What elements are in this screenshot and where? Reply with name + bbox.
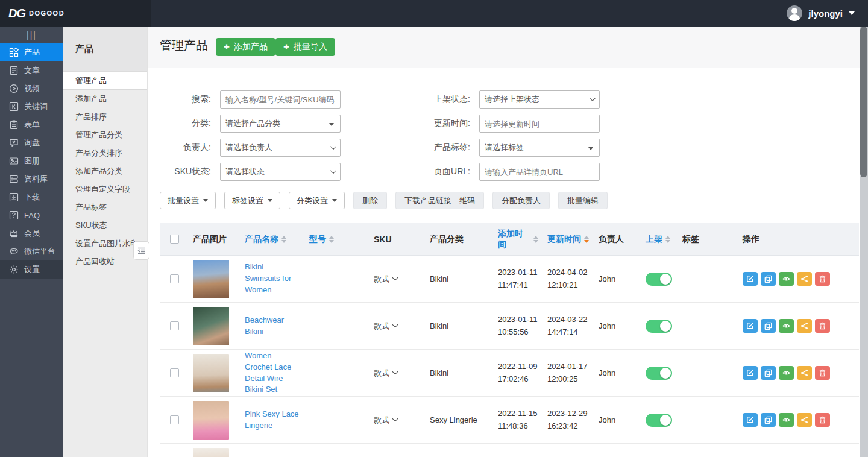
add-product-button[interactable]: + 添加产品	[216, 38, 275, 56]
sidebar-item-settings[interactable]: 设置	[0, 260, 63, 279]
submenu-item-custom-fields[interactable]: 管理自定义字段	[63, 180, 147, 198]
delete-button[interactable]: 删除	[353, 192, 387, 209]
submenu-item-category-sort[interactable]: 产品分类排序	[63, 144, 147, 162]
sku-dropdown[interactable]: 款式	[365, 397, 421, 443]
sidebar-item-keywords[interactable]: 关键词	[0, 98, 63, 116]
shelf-toggle[interactable]	[646, 367, 672, 380]
sidebar-item-faq[interactable]: FAQ	[0, 206, 63, 224]
edit-button[interactable]	[743, 319, 758, 333]
page-url-input[interactable]	[479, 163, 600, 181]
product-name-link[interactable]: Beachwear Bikini	[245, 315, 300, 338]
column-header-updated[interactable]: 更新时间	[538, 223, 590, 255]
share-button[interactable]	[797, 272, 812, 286]
edit-button[interactable]	[743, 272, 758, 286]
column-header-model[interactable]: 型号	[300, 223, 365, 255]
sku-dropdown[interactable]: 款式	[365, 350, 421, 396]
product-image[interactable]	[193, 448, 229, 457]
product-image[interactable]	[193, 260, 229, 298]
download-qr-button[interactable]: 下载产品链接二维码	[395, 192, 484, 209]
row-checkbox[interactable]	[170, 274, 179, 283]
submenu-item-add-category[interactable]: 添加产品分类	[63, 162, 147, 180]
updated-cell: 2023-12-28	[538, 444, 590, 457]
row-checkbox[interactable]	[170, 368, 179, 377]
user-menu[interactable]: jlyongyi	[787, 0, 855, 27]
tag-settings-dropdown[interactable]: 标签设置	[224, 192, 280, 209]
sku-dropdown[interactable]: 款式	[365, 256, 421, 302]
sidebar-item-videos[interactable]: 视频	[0, 80, 63, 98]
bulk-settings-dropdown[interactable]: 批量设置	[160, 192, 216, 209]
preview-button[interactable]	[779, 413, 794, 427]
model-cell	[300, 256, 365, 302]
sidebar-item-wechat[interactable]: 微信平台	[0, 242, 63, 260]
product-image[interactable]	[193, 307, 229, 345]
column-header-added[interactable]: 添加时间	[489, 223, 538, 255]
product-image[interactable]	[193, 401, 229, 440]
search-input[interactable]	[220, 90, 341, 109]
delete-row-button[interactable]	[815, 413, 830, 427]
edit-button[interactable]	[743, 366, 758, 380]
shelf-toggle[interactable]	[646, 414, 672, 427]
submenu-item-add-product[interactable]: 添加产品	[63, 90, 147, 108]
share-button[interactable]	[797, 366, 812, 380]
shelf-toggle[interactable]	[646, 273, 672, 286]
shelf-status-select[interactable]: 请选择上架状态	[479, 90, 600, 109]
sidebar-item-articles[interactable]: 文章	[0, 61, 63, 80]
category-settings-dropdown[interactable]: 分类设置	[289, 192, 345, 209]
sku-dropdown[interactable]: 款式	[365, 303, 421, 349]
sidebar-item-products[interactable]: 产品	[0, 43, 63, 61]
sidebar-item-albums[interactable]: 图册	[0, 152, 63, 170]
sidebar-item-library[interactable]: 资料库	[0, 170, 63, 188]
sidebar-item-downloads[interactable]: 下载	[0, 188, 63, 206]
share-button[interactable]	[797, 413, 812, 427]
owner-select[interactable]: 请选择负责人	[220, 139, 341, 157]
submenu-collapse-button[interactable]	[133, 241, 149, 260]
column-header-tags: 标签	[673, 223, 734, 255]
product-tag-select[interactable]: 请选择标签	[479, 139, 600, 157]
sku-dropdown[interactable]: 款式	[365, 444, 421, 457]
table-row: Pink Sexy Lace Lingerie 款式 Sexy Lingerie…	[160, 397, 859, 444]
updated-cell: 2024-01-1712:00:25	[538, 350, 590, 396]
vertical-scrollbar[interactable]	[860, 27, 868, 457]
select-all-checkbox[interactable]	[170, 235, 179, 244]
shelf-toggle[interactable]	[646, 320, 672, 333]
sidebar-collapse-handle[interactable]: |||	[0, 27, 63, 43]
delete-row-button[interactable]	[815, 366, 830, 380]
copy-button[interactable]	[761, 272, 776, 286]
model-cell	[300, 303, 365, 349]
assign-owner-button[interactable]: 分配负责人	[492, 192, 550, 209]
preview-button[interactable]	[779, 272, 794, 286]
bulk-edit-button[interactable]: 批量编辑	[558, 192, 608, 209]
category-select[interactable]: 请选择产品分类	[220, 115, 341, 133]
delete-row-button[interactable]	[815, 319, 830, 333]
column-header-name[interactable]: 产品名称	[236, 223, 300, 255]
share-button[interactable]	[797, 319, 812, 333]
row-checkbox[interactable]	[170, 321, 179, 330]
submenu-item-sku-status[interactable]: SKU状态	[63, 216, 147, 235]
sidebar-item-forms[interactable]: 表单	[0, 116, 63, 134]
submenu-item-manage-categories[interactable]: 管理产品分类	[63, 126, 147, 144]
submenu-item-product-tags[interactable]: 产品标签	[63, 198, 147, 216]
bulk-import-button[interactable]: + 批量导入	[275, 38, 335, 56]
preview-button[interactable]	[779, 366, 794, 380]
copy-button[interactable]	[761, 319, 776, 333]
article-icon	[9, 66, 19, 75]
edit-button[interactable]	[743, 413, 758, 427]
scrollbar-thumb[interactable]	[860, 27, 867, 177]
row-checkbox[interactable]	[170, 415, 179, 424]
update-time-input[interactable]	[479, 115, 600, 133]
sidebar-item-members[interactable]: 会员	[0, 224, 63, 242]
submenu-item-product-sort[interactable]: 产品排序	[63, 108, 147, 126]
copy-button[interactable]	[761, 366, 776, 380]
product-image[interactable]	[193, 354, 229, 392]
delete-row-button[interactable]	[815, 272, 830, 286]
product-name-link[interactable]: Pink Sexy Lace Lingerie	[245, 409, 300, 432]
share-icon	[800, 369, 808, 377]
submenu-item-manage-products[interactable]: 管理产品	[63, 72, 147, 90]
sidebar-item-inquiries[interactable]: 询盘	[0, 134, 63, 152]
sku-status-select[interactable]: 请选择状态	[220, 163, 341, 181]
product-name-link[interactable]: Bikini Swimsuits for Women	[245, 262, 300, 296]
preview-button[interactable]	[779, 319, 794, 333]
copy-button[interactable]	[761, 413, 776, 427]
product-name-link[interactable]: Women Crochet Lace Detail Wire Bikini Se…	[245, 350, 300, 396]
column-header-shelf[interactable]: 上架	[641, 223, 673, 255]
